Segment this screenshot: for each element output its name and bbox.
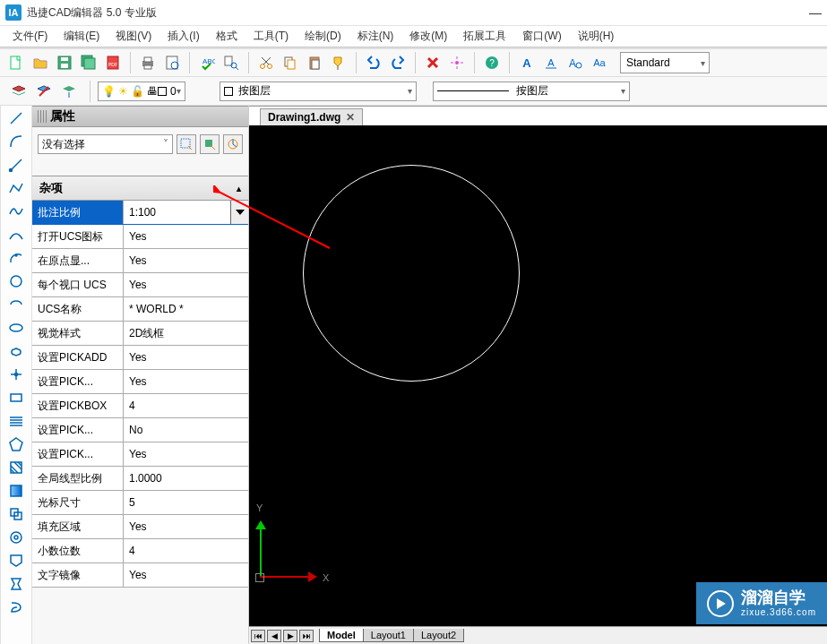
boundary-tool[interactable] — [5, 552, 27, 570]
prop-val[interactable]: Yes — [124, 346, 248, 369]
prop-row-ltscale[interactable]: 全局线型比例1.0000 — [32, 467, 248, 491]
prop-row-annotation-scale[interactable]: 批注比例 1:100 — [32, 201, 248, 225]
prop-row-pick1[interactable]: 设置PICK...Yes — [32, 370, 248, 394]
linetype-dropdown[interactable]: 按图层 — [433, 82, 630, 101]
document-tab[interactable]: Drawing1.dwg ✕ — [260, 108, 363, 125]
tab-scroll-next[interactable]: ▶ — [283, 630, 297, 642]
arc-tool[interactable] — [5, 133, 27, 150]
prop-row-pickadd[interactable]: 设置PICKADDYes — [32, 346, 248, 370]
layer-manager-button[interactable] — [8, 81, 30, 102]
text-style-a4-button[interactable]: Aa — [589, 52, 610, 73]
prop-row-visual-style[interactable]: 视觉样式2D线框 — [32, 322, 248, 346]
prop-row-fill[interactable]: 填充区域Yes — [32, 515, 248, 539]
print-preview-button[interactable] — [161, 52, 183, 73]
paste-button[interactable] — [304, 52, 325, 73]
prop-row-pick2[interactable]: 设置PICK...No — [32, 418, 248, 442]
prop-row-ucs-name[interactable]: UCS名称* WORLD * — [32, 297, 248, 322]
layout1-tab[interactable]: Layout1 — [363, 629, 413, 642]
menu-extend[interactable]: 拓展工具 — [456, 27, 513, 46]
quick-select-button[interactable] — [177, 134, 196, 154]
prop-val[interactable]: Yes — [124, 515, 248, 538]
prop-row-ucs-icon[interactable]: 打开UCS图标Yes — [32, 225, 248, 249]
layer-state-button[interactable] — [58, 81, 80, 102]
find-button[interactable] — [220, 52, 242, 73]
print-button[interactable] — [137, 52, 159, 73]
menu-file[interactable]: 文件(F) — [5, 27, 55, 46]
tab-scroll-prev[interactable]: ◀ — [267, 630, 281, 642]
menu-tools[interactable]: 工具(T) — [246, 27, 296, 46]
dropdown-arrow-icon[interactable] — [230, 201, 248, 224]
select-objects-button[interactable] — [200, 134, 220, 154]
format-painter-button[interactable] — [328, 52, 349, 73]
tab-scroll-first[interactable]: ⏮ — [251, 630, 265, 642]
menu-help[interactable]: 说明(H) — [571, 27, 622, 46]
help-button[interactable]: ? — [481, 52, 503, 73]
explode-button[interactable] — [446, 52, 468, 73]
ray-tool[interactable] — [5, 156, 27, 174]
prop-val[interactable]: No — [124, 418, 248, 442]
prop-row-decimals[interactable]: 小数位数4 — [32, 539, 248, 563]
line-tool[interactable] — [5, 109, 27, 127]
menu-draw[interactable]: 绘制(D) — [297, 27, 349, 46]
menu-window[interactable]: 窗口(W) — [515, 27, 568, 46]
text-style-a2-button[interactable]: A — [540, 52, 562, 73]
rectangle-tool[interactable] — [5, 389, 27, 407]
circle-entity[interactable] — [303, 165, 520, 382]
prop-row-at-origin[interactable]: 在原点显...Yes — [32, 249, 248, 273]
prop-row-text-mirror[interactable]: 文字镜像Yes — [32, 563, 248, 588]
prop-row-cursor-size[interactable]: 光标尺寸5 — [32, 491, 248, 515]
ellipse-arc-tool[interactable] — [5, 296, 27, 313]
pdf-export-button[interactable]: PDF — [102, 52, 124, 73]
drawing-viewport[interactable]: Y X — [249, 125, 827, 626]
color-dropdown[interactable]: 按图层 — [220, 82, 417, 101]
text-style-a3-button[interactable]: A — [564, 52, 586, 73]
prop-val[interactable]: 2D线框 — [124, 322, 248, 345]
polyline-tool[interactable] — [5, 179, 27, 197]
point-tool[interactable] — [5, 365, 27, 383]
open-file-button[interactable] — [30, 52, 51, 73]
prop-val[interactable]: Yes — [124, 249, 248, 272]
hatch-tool[interactable] — [5, 459, 27, 477]
revision-cloud-tool[interactable] — [5, 342, 27, 360]
current-layer-dropdown[interactable]: 💡 ☀ 🔓 🖶 0 — [98, 82, 185, 101]
prop-val[interactable]: 4 — [124, 394, 248, 417]
region-tool[interactable] — [5, 505, 27, 523]
menu-dimension[interactable]: 标注(N) — [350, 27, 401, 46]
category-header-misc[interactable]: 杂项 ▴ — [32, 176, 248, 201]
properties-panel-header[interactable]: 属性 — [32, 106, 248, 127]
wipeout-tool[interactable] — [5, 575, 27, 593]
new-file-button[interactable] — [5, 52, 27, 73]
prop-val[interactable]: 4 — [124, 539, 248, 562]
menu-format[interactable]: 格式 — [209, 27, 245, 46]
selection-filter-dropdown[interactable]: 没有选择 — [38, 134, 173, 154]
prop-row-per-viewport-ucs[interactable]: 每个视口 UCSYes — [32, 273, 248, 297]
cut-button[interactable] — [255, 52, 277, 73]
xline-tool[interactable] — [5, 226, 27, 244]
ellipse-tool[interactable] — [5, 319, 27, 337]
layout2-tab[interactable]: Layout2 — [413, 629, 464, 642]
tab-scroll-last[interactable]: ⏭ — [299, 630, 314, 642]
prop-val[interactable]: Yes — [124, 225, 248, 248]
spline-tool[interactable] — [5, 202, 27, 220]
save-button[interactable] — [54, 52, 75, 73]
text-style-dropdown[interactable]: Standard — [620, 52, 710, 73]
copy-button[interactable] — [280, 52, 301, 73]
gradient-tool[interactable] — [5, 482, 27, 500]
model-tab[interactable]: Model — [319, 629, 363, 642]
text-style-a1-button[interactable]: A — [516, 52, 538, 73]
prop-val[interactable]: * WORLD * — [124, 297, 248, 321]
donut-tool[interactable] — [5, 528, 27, 546]
hatch-lines-tool[interactable] — [5, 412, 27, 430]
save-all-button[interactable] — [78, 52, 99, 73]
prop-val[interactable]: 1:100 — [124, 201, 248, 224]
undo-button[interactable] — [363, 52, 384, 73]
prop-val[interactable]: Yes — [124, 563, 248, 587]
prop-val[interactable]: Yes — [124, 273, 248, 296]
prop-val[interactable]: Yes — [124, 370, 248, 393]
menu-view[interactable]: 视图(V) — [108, 27, 159, 46]
menu-insert[interactable]: 插入(I) — [160, 27, 206, 46]
prop-row-pickbox[interactable]: 设置PICKBOX4 — [32, 394, 248, 418]
circle-tool[interactable] — [5, 272, 27, 290]
polygon-tool[interactable] — [5, 435, 27, 453]
arc3p-tool[interactable] — [5, 249, 27, 267]
